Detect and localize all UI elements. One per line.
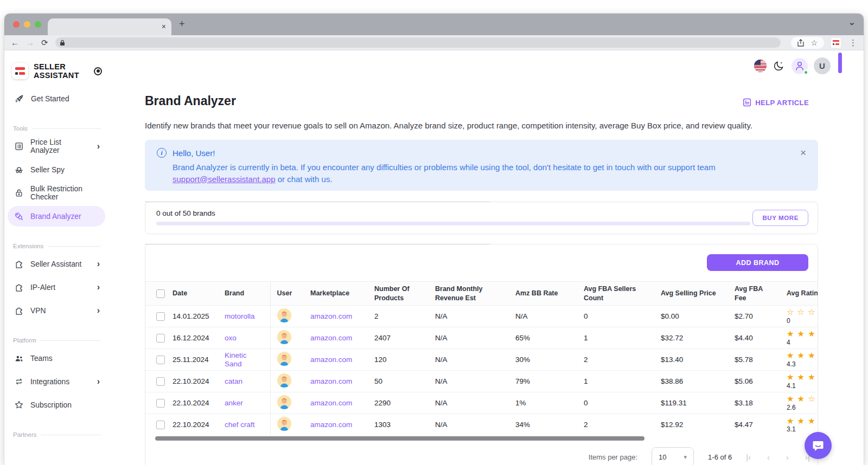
account-status-icon[interactable] — [792, 58, 808, 74]
new-tab-button[interactable]: + — [179, 18, 185, 29]
support-email-link[interactable]: support@sellerassistant.app — [173, 175, 276, 184]
cell-avg-fee: $3.18 — [728, 392, 780, 414]
quota-progress-bar — [156, 222, 750, 225]
marketplace-link[interactable]: amazon.com — [310, 356, 352, 364]
vertical-scrollbar-thumb[interactable] — [838, 53, 842, 73]
address-bar[interactable] — [55, 37, 781, 48]
browser-tabstrip: × + › — [4, 14, 864, 35]
sidebar-item-get-started[interactable]: Get Started — [8, 88, 105, 109]
brand-link[interactable]: catan — [225, 377, 242, 385]
share-icon[interactable] — [797, 39, 804, 47]
reload-icon[interactable]: ⟳ — [41, 38, 48, 47]
column-header-brand[interactable]: Brand — [218, 282, 270, 306]
forward-icon[interactable]: → — [26, 38, 34, 47]
back-icon[interactable]: ← — [11, 38, 19, 47]
user-avatar[interactable]: U — [814, 57, 831, 74]
row-checkbox[interactable] — [156, 312, 165, 321]
column-header-bb-rate[interactable]: Amz BB Rate — [509, 282, 577, 306]
price-list-icon — [14, 141, 24, 151]
sidebar-item-brand-analyzer[interactable]: Brand Analyzer — [8, 206, 105, 227]
help-article-link[interactable]: HELP ARTICLE — [743, 98, 809, 107]
chevron-down-icon: ▾ — [684, 454, 687, 461]
banner-close-icon[interactable]: × — [800, 147, 806, 158]
cell-date: 22.10.2024 — [166, 414, 218, 436]
items-per-page-select[interactable]: 10 ▾ — [652, 447, 694, 465]
puzzle-icon — [14, 306, 24, 315]
minimize-window-button[interactable] — [24, 21, 30, 28]
row-checkbox[interactable] — [156, 421, 165, 429]
sidebar-item-price-list-analyzer[interactable]: Price List Analyzer › — [8, 136, 105, 157]
previous-page-button[interactable]: ‹ — [767, 453, 770, 461]
tab-close-icon[interactable]: × — [162, 22, 166, 31]
brand-link[interactable]: Kinetic Sand — [225, 351, 247, 368]
marketplace-link[interactable]: amazon.com — [310, 377, 352, 385]
buy-more-button[interactable]: BUY MORE — [752, 210, 808, 226]
column-header-revenue[interactable]: Brand Monthly Revenue Est — [429, 282, 509, 306]
add-brand-button[interactable]: ADD BRAND — [707, 254, 808, 271]
cell-revenue: N/A — [429, 349, 509, 371]
cell-avg-fee: $4.40 — [728, 327, 780, 349]
cell-avg-price: $119.31 — [654, 392, 728, 414]
select-all-checkbox[interactable] — [156, 289, 165, 298]
brand-link[interactable]: anker — [225, 399, 243, 407]
cell-products: 1303 — [368, 414, 429, 436]
column-header-avg-fee[interactable]: Avg FBA Fee — [728, 282, 780, 306]
column-header-products[interactable]: Number Of Products — [368, 282, 429, 306]
marketplace-link[interactable]: amazon.com — [310, 334, 352, 342]
first-page-button[interactable]: |‹ — [746, 453, 751, 461]
cell-date: 22.10.2024 — [166, 392, 218, 414]
marketplace-link[interactable]: amazon.com — [310, 421, 352, 429]
app-logo[interactable]: SELLERASSISTANT — [12, 62, 102, 80]
sidebar-item-seller-assistant-extension[interactable]: Seller Assistant › — [8, 254, 105, 274]
cell-fba-sellers: 2 — [577, 349, 654, 371]
brands-quota-card: 0 out of 50 brands BUY MORE — [145, 202, 818, 234]
chevron-right-icon: › — [97, 306, 100, 315]
horizontal-scrollbar[interactable]: ◂ — [146, 436, 816, 441]
column-header-user[interactable]: User — [270, 282, 304, 306]
marketplace-link[interactable]: amazon.com — [310, 312, 352, 320]
marketplace-link[interactable]: amazon.com — [310, 399, 352, 407]
dark-mode-moon-icon[interactable] — [773, 60, 786, 73]
sidebar-item-integrations[interactable]: Integrations › — [8, 371, 105, 392]
user-avatar — [277, 352, 291, 366]
column-header-avg-price[interactable]: Avg Selling Price — [654, 282, 728, 306]
brand-link[interactable]: motorolla — [225, 312, 255, 320]
next-page-button[interactable]: › — [786, 453, 789, 461]
sidebar-item-vpn[interactable]: VPN › — [8, 300, 105, 321]
chat-widget-button[interactable] — [805, 432, 832, 459]
sidebar-item-label: Subscription — [30, 401, 72, 409]
table-row: 22.10.2024 catan amazon.com 50 N/A 79% 1… — [145, 371, 818, 392]
browser-window: × + › ← → ⟳ ☆ ⋮ SEL — [4, 14, 864, 465]
sidebar-item-subscription[interactable]: Subscription — [8, 395, 105, 415]
table-row: 22.10.2024 anker amazon.com 2290 N/A 1% … — [145, 392, 818, 414]
tab-search-chevron-icon[interactable]: › — [847, 22, 858, 25]
seller-assistant-extension-icon[interactable] — [831, 38, 841, 48]
row-checkbox[interactable] — [156, 399, 165, 408]
pagination: Items per page: 10 ▾ 1-6 of 6 |‹ ‹ › ›| — [589, 447, 810, 465]
cell-revenue: N/A — [429, 392, 509, 414]
cell-date: 16.12.2024 — [166, 327, 218, 349]
row-checkbox[interactable] — [156, 377, 165, 386]
column-header-avg-rating[interactable]: Avg Rating — [780, 282, 818, 306]
sidebar-item-seller-spy[interactable]: Seller Spy — [8, 159, 105, 180]
brand-link[interactable]: chef craft — [225, 421, 255, 429]
sidebar-item-teams[interactable]: Teams — [8, 348, 105, 369]
teams-icon — [14, 353, 24, 363]
browser-tab[interactable]: × — [48, 18, 171, 35]
column-header-date[interactable]: Date — [166, 282, 218, 306]
column-header-marketplace[interactable]: Marketplace — [304, 282, 368, 306]
sidebar-item-bulk-restriction-checker[interactable]: Bulk Restriction Checker — [8, 183, 105, 203]
browser-menu-icon[interactable]: ⋮ — [849, 38, 857, 48]
column-header-fba-sellers[interactable]: Avg FBA Sellers Count — [577, 282, 654, 306]
close-window-button[interactable] — [13, 21, 20, 28]
maximize-window-button[interactable] — [35, 21, 41, 28]
bookmark-star-icon[interactable]: ☆ — [810, 38, 818, 47]
horizontal-scrollbar-thumb[interactable] — [155, 436, 644, 441]
row-checkbox[interactable] — [156, 356, 165, 364]
sidebar-item-ip-alert[interactable]: IP-Alert › — [8, 277, 105, 298]
row-checkbox[interactable] — [156, 334, 165, 343]
sidebar-item-label: Bulk Restriction Checker — [30, 185, 100, 201]
brand-link[interactable]: oxo — [225, 334, 237, 342]
language-us-flag-icon[interactable] — [754, 60, 767, 72]
sidebar-collapse-toggle-icon[interactable] — [94, 67, 102, 75]
